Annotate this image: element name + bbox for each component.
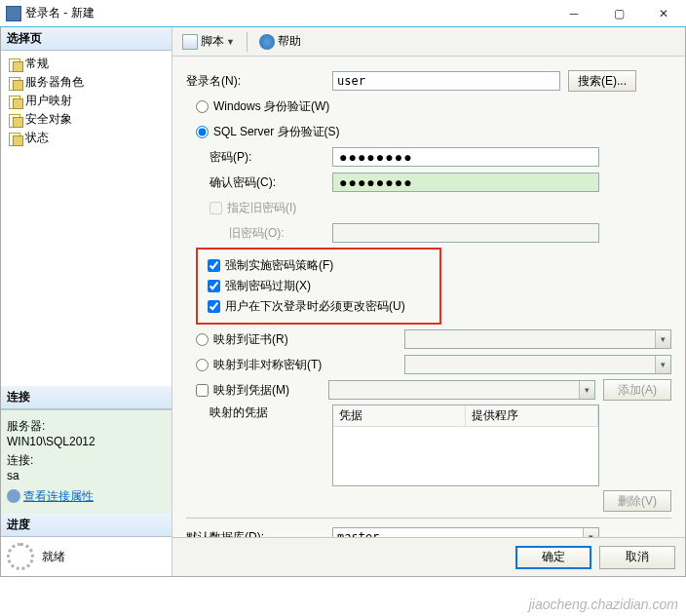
page-icon: [7, 58, 22, 71]
list-header: 凭据 提供程序: [333, 405, 598, 427]
minimize-button[interactable]: ─: [552, 0, 596, 27]
mapped-credentials-label: 映射的凭据: [186, 404, 332, 421]
chevron-down-icon: ▾: [655, 356, 670, 373]
window-title: 登录名 - 新建: [25, 5, 552, 21]
login-name-label: 登录名(N):: [186, 73, 332, 90]
watermark: jiaocheng.chazidian.com: [529, 597, 678, 612]
select-page-header: 选择页: [1, 27, 172, 51]
page-icon: [7, 76, 22, 90]
page-icon: [7, 132, 22, 145]
cancel-button[interactable]: 取消: [599, 546, 675, 569]
default-db-label: 默认数据库(D):: [186, 529, 332, 538]
sidebar: 选择页 常规 服务器角色 用户映射 安全对象 状态 连接 服务器: WIN10\…: [1, 27, 172, 576]
maximize-button[interactable]: ▢: [596, 0, 641, 27]
chevron-down-icon: ▾: [655, 330, 670, 348]
old-password-input: [332, 223, 599, 243]
script-icon: [182, 34, 198, 50]
app-icon: [6, 6, 21, 21]
enforce-policy-checkbox[interactable]: 强制实施密码策略(F): [202, 255, 436, 276]
server-value: WIN10\SQL2012: [7, 435, 166, 448]
ok-button[interactable]: 确定: [515, 546, 591, 569]
password-input[interactable]: ●●●●●●●●: [332, 147, 599, 167]
search-button[interactable]: 搜索(E)...: [568, 70, 636, 92]
old-password-label: 旧密码(O):: [186, 225, 332, 242]
chevron-down-icon: ▾: [579, 381, 594, 399]
nav-list: 常规 服务器角色 用户映射 安全对象 状态: [1, 51, 172, 151]
windows-auth-radio[interactable]: Windows 身份验证(W): [186, 98, 329, 115]
credential-combo: ▾: [328, 380, 595, 400]
script-button[interactable]: 脚本▼: [178, 31, 239, 52]
help-button[interactable]: 帮助: [255, 31, 305, 52]
remove-button: 删除(V): [603, 490, 671, 512]
chevron-down-icon: ▼: [226, 37, 235, 47]
conn-label: 连接:: [7, 452, 166, 469]
nav-item-securables[interactable]: 安全对象: [1, 110, 172, 129]
page-icon: [7, 95, 22, 108]
progress-status: 就绪: [42, 549, 65, 565]
form-area: 登录名(N): 搜索(E)... Windows 身份验证(W) SQL Ser…: [172, 57, 685, 537]
add-button: 添加(A): [603, 379, 671, 401]
asym-key-combo: ▾: [404, 355, 671, 374]
progress-header: 进度: [1, 514, 172, 537]
cert-combo: ▾: [404, 329, 671, 349]
nav-item-status[interactable]: 状态: [1, 129, 172, 147]
progress-box: 就绪: [1, 537, 172, 576]
server-label: 服务器:: [7, 418, 166, 435]
spinner-icon: [7, 543, 34, 570]
highlight-box: 强制实施密码策略(F) 强制密码过期(X) 用户在下次登录时必须更改密码(U): [196, 248, 441, 325]
nav-item-server-roles[interactable]: 服务器角色: [1, 73, 172, 92]
enforce-expiration-checkbox[interactable]: 强制密码过期(X): [202, 276, 436, 296]
sql-auth-radio[interactable]: SQL Server 身份验证(S): [186, 124, 340, 140]
map-to-asym-key-radio[interactable]: 映射到非对称密钥(T): [186, 357, 322, 373]
login-name-input[interactable]: [332, 71, 560, 91]
dialog-footer: 确定 取消: [172, 537, 685, 576]
help-icon: [259, 34, 275, 50]
toolbar-separator: [247, 32, 248, 52]
connection-header: 连接: [1, 386, 172, 409]
map-to-cert-radio[interactable]: 映射到证书(R): [186, 331, 288, 348]
mapped-credentials-list[interactable]: 凭据 提供程序: [332, 404, 599, 486]
toolbar: 脚本▼ 帮助: [172, 27, 685, 57]
main-panel: 脚本▼ 帮助 登录名(N): 搜索(E)... Windows 身份验证(W) …: [172, 27, 685, 576]
nav-item-user-mapping[interactable]: 用户映射: [1, 92, 172, 110]
page-icon: [7, 113, 22, 127]
divider: [186, 518, 671, 519]
must-change-checkbox[interactable]: 用户在下次登录时必须更改密码(U): [202, 296, 436, 317]
close-button[interactable]: ✕: [641, 0, 686, 27]
default-db-combo[interactable]: master▾: [332, 527, 599, 537]
view-connection-props-link[interactable]: 查看连接属性: [7, 488, 94, 505]
confirm-password-input[interactable]: ●●●●●●●●: [332, 173, 599, 192]
connection-info: 服务器: WIN10\SQL2012 连接: sa 查看连接属性: [1, 409, 172, 515]
nav-item-general[interactable]: 常规: [1, 55, 172, 73]
conn-value: sa: [7, 469, 166, 482]
password-label: 密码(P):: [186, 149, 332, 166]
confirm-password-label: 确认密码(C):: [186, 174, 332, 191]
specify-old-password-checkbox: 指定旧密码(I): [186, 200, 296, 216]
map-to-credential-checkbox[interactable]: 映射到凭据(M): [186, 382, 289, 399]
col-credential: 凭据: [333, 405, 466, 426]
col-provider: 提供程序: [466, 405, 598, 426]
titlebar: 登录名 - 新建 ─ ▢ ✕: [0, 0, 686, 27]
chevron-down-icon: ▾: [583, 528, 598, 537]
